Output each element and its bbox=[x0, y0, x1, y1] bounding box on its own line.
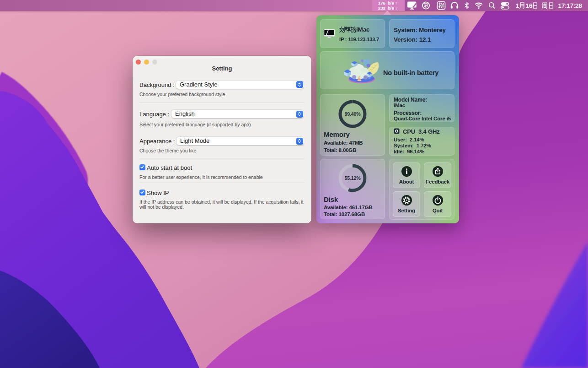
svg-text:P: P bbox=[425, 4, 427, 8]
svg-text:99.40%: 99.40% bbox=[345, 111, 361, 117]
svg-text:55.12%: 55.12% bbox=[345, 175, 361, 181]
